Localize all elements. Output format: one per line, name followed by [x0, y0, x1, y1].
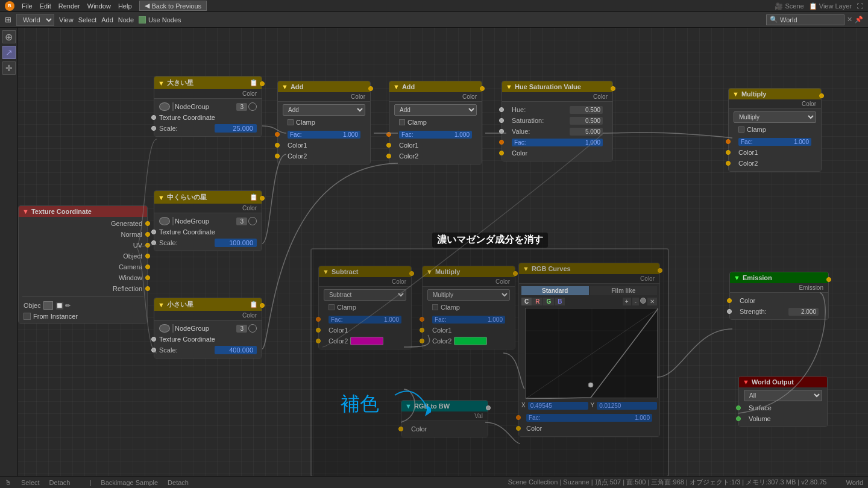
- world-output-volume-label: Volume: [749, 415, 771, 422]
- status-detach2-label: Detach: [168, 479, 189, 486]
- small-star-group-num[interactable]: 3: [236, 325, 247, 333]
- generated-socket: [145, 221, 150, 226]
- obj-picker-icon[interactable]: 🔲: [55, 302, 64, 310]
- hsv-hue-val[interactable]: 0.500: [570, 106, 603, 114]
- cursor-tool[interactable]: ⊕: [2, 30, 16, 43]
- add2-dropdown[interactable]: Add: [394, 104, 477, 116]
- menu-window[interactable]: Window: [87, 2, 111, 10]
- highlight-box: 濃いマゼンダ成分を消す: [310, 248, 669, 477]
- emission-color: Color: [735, 295, 823, 306]
- grid-icon: ⊞: [5, 15, 11, 24]
- large-star-body: NodeGroup 3 Texture Coordinate Scale: 25…: [154, 99, 262, 136]
- emission-strength-val[interactable]: 2.000: [788, 308, 819, 316]
- add1-clamp-checkbox[interactable]: [288, 119, 294, 125]
- add1-fac: Fac: 1.000: [283, 129, 365, 140]
- add1-color-out: Color: [351, 93, 365, 100]
- use-nodes-label[interactable]: Use Nodes: [139, 16, 181, 23]
- mult-top-body: Multiply Clamp Fac: 1.000 Color1 Color2: [729, 109, 821, 171]
- mid-star-scale-socket: [151, 240, 156, 245]
- hsv-val: Value: 5.000: [507, 126, 608, 137]
- world-selector[interactable]: World: [16, 14, 54, 26]
- status-backimage-label: Backimage Sample: [101, 479, 158, 486]
- add1-fac-field[interactable]: Fac: 1.000: [288, 131, 360, 139]
- large-star-scale-val[interactable]: 25.000: [215, 124, 257, 133]
- add2-clamp-checkbox[interactable]: [399, 119, 405, 125]
- menu-file[interactable]: File: [22, 2, 33, 10]
- world-close-icon[interactable]: ✕: [847, 16, 852, 23]
- add2-out: [480, 86, 485, 91]
- large-star-group-btn[interactable]: [248, 102, 257, 111]
- small-star-body: NodeGroup 3 Texture Coordinate Scale: 40…: [154, 321, 262, 358]
- fullscreen-icon[interactable]: ⛶: [857, 2, 863, 10]
- menu-select[interactable]: Select: [78, 16, 97, 23]
- small-star-scale: Scale: 400.000: [154, 345, 262, 355]
- emission-out-label: Emission: [799, 284, 823, 291]
- large-star-color-out: Color: [242, 90, 257, 97]
- status-separator1: |: [89, 479, 91, 486]
- world-output-surface-socket: [736, 405, 741, 410]
- large-star-texcoord-socket: [151, 115, 156, 120]
- hsv-sat-label: Saturation:: [512, 117, 570, 124]
- world-output-dropdown[interactable]: All: [744, 390, 822, 401]
- mult-top-clamp-label: Clamp: [747, 126, 766, 133]
- add2-color1-label: Color1: [399, 142, 418, 149]
- add1-dropdown[interactable]: Add: [283, 104, 365, 116]
- blender-logo: B: [5, 1, 14, 11]
- hsv-val-val[interactable]: 5.000: [570, 128, 603, 136]
- mult-top-fac-field[interactable]: Fac: 1.000: [738, 138, 811, 146]
- mid-star-scale-val[interactable]: 100.000: [215, 239, 257, 247]
- window-socket: [145, 275, 150, 280]
- emission-node: ▼ Emission Emission Color Strength: 2.00…: [729, 272, 829, 320]
- large-star-texcoord-label: Texture Coordinate: [159, 114, 215, 121]
- menu-add[interactable]: Add: [101, 16, 113, 23]
- obj-edit-icon[interactable]: ✏: [65, 302, 71, 310]
- menu-node[interactable]: Node: [118, 16, 134, 23]
- small-star-title: 小さい星: [167, 300, 193, 309]
- mult-top-clamp: Clamp: [734, 124, 816, 135]
- mid-star-scale: Scale: 100.000: [154, 237, 262, 248]
- large-star-group-num[interactable]: 3: [236, 103, 247, 111]
- mult-top-clamp-checkbox[interactable]: [738, 127, 744, 133]
- use-nodes-checkbox[interactable]: [139, 16, 146, 23]
- menu-edit[interactable]: Edit: [40, 2, 51, 10]
- transform-tool[interactable]: ✛: [2, 61, 16, 75]
- hsv-fac-socket: [499, 140, 504, 145]
- hsv-val-label: Value:: [512, 128, 570, 135]
- mult-top-color2-socket: [726, 161, 731, 166]
- add1-color1-label: Color1: [288, 142, 307, 149]
- small-star-node: ▼ 小さい星 📋 Color NodeGroup 3 Texture Coord…: [154, 298, 262, 358]
- from-instancer-checkbox[interactable]: [24, 313, 31, 320]
- menu-help[interactable]: Help: [118, 2, 132, 10]
- large-star-group-row: NodeGroup 3: [154, 101, 262, 112]
- small-star-texcoord: Texture Coordinate: [154, 334, 262, 345]
- hsv-sat-val[interactable]: 0.500: [570, 117, 603, 125]
- small-star-scale-val[interactable]: 400.000: [215, 346, 257, 354]
- mult-top-color2: Color2: [734, 158, 816, 169]
- mult-top-dropdown[interactable]: Multiply: [734, 111, 816, 123]
- mid-star-texcoord-socket: [151, 230, 156, 234]
- add2-header: ▼ Add: [389, 81, 482, 92]
- mult-top-out: [819, 93, 824, 98]
- camera-socket: [145, 264, 150, 269]
- add2-fac-field[interactable]: Fac: 1.000: [399, 131, 472, 139]
- hsv-sat: Saturation: 0.500: [507, 115, 608, 126]
- small-star-icon: 📋: [250, 301, 258, 308]
- small-star-texcoord-label: Texture Coordinate: [159, 336, 215, 343]
- mid-star-group-num[interactable]: 3: [236, 217, 247, 225]
- mid-star-out: [260, 196, 265, 201]
- world-output-surface-label: Surface: [749, 404, 772, 411]
- mult-top-color1-label: Color1: [738, 149, 758, 156]
- select-tool[interactable]: ↗: [2, 46, 16, 59]
- menu-view[interactable]: View: [59, 16, 74, 23]
- world-output-header: ▼ World Output: [739, 377, 827, 387]
- add1-color1-socket: [275, 143, 280, 148]
- hsv-header: ▼ Hue Saturation Value: [502, 81, 612, 92]
- hsv-fac-field[interactable]: Fac: 1.000: [512, 139, 603, 146]
- large-star-group-icon: [159, 102, 170, 111]
- back-button[interactable]: ◀ Back to Previous: [139, 1, 207, 11]
- tex-coord-title: Texture Coordinate: [31, 208, 92, 215]
- mid-star-scale-label: Scale:: [159, 239, 215, 246]
- world-pin-icon[interactable]: 📌: [855, 16, 863, 23]
- uv-socket: [145, 243, 150, 248]
- menu-render[interactable]: Render: [58, 2, 80, 10]
